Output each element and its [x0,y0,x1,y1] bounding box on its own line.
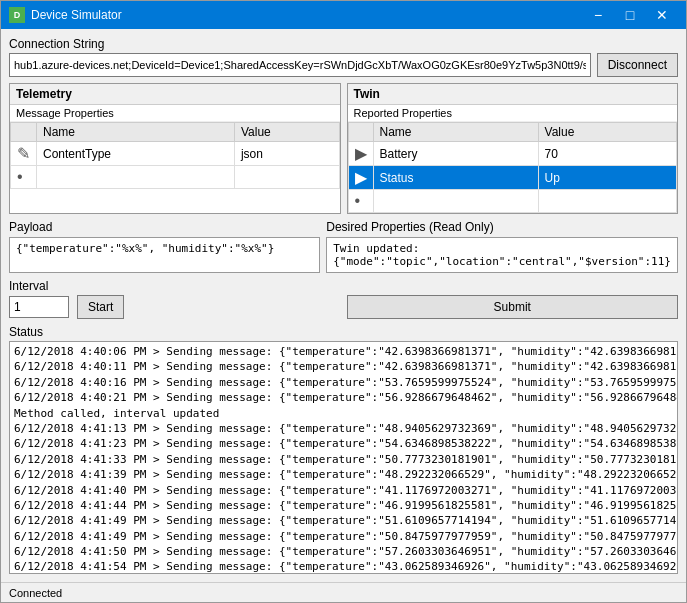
row-expand-icon[interactable]: ▶ [348,142,373,166]
log-line: 6/12/2018 4:41:33 PM > Sending message: … [14,452,673,467]
twin-table-container: Name Value ▶ Battery 70 ▶ [348,122,678,213]
interval-submit-row: Interval Start Submit [9,279,678,319]
twin-panel: Twin Reported Properties Name Value [347,83,679,214]
right-bottom: Submit [347,295,679,319]
status-bar-text: Connected [9,587,62,599]
svg-text:D: D [14,10,21,20]
main-content: Connection String Disconnect Telemetry M… [1,29,686,582]
main-window: D Device Simulator − □ ✕ Connection Stri… [0,0,687,603]
log-line: 6/12/2018 4:41:40 PM > Sending message: … [14,483,673,498]
connection-group: Connection String Disconnect [9,37,678,77]
status-bar: Connected [1,582,686,602]
row-value[interactable]: json [234,142,339,166]
log-line: 6/12/2018 4:41:23 PM > Sending message: … [14,436,673,451]
row-icon: • [11,166,37,189]
row-value[interactable]: Up [538,166,676,190]
twin-col-value: Value [538,123,676,142]
log-line: Method called, interval updated [14,406,673,421]
connection-row: Disconnect [9,53,678,77]
row-value[interactable]: 70 [538,142,676,166]
app-icon: D [9,7,25,23]
log-line: 6/12/2018 4:40:16 PM > Sending message: … [14,375,673,390]
title-bar: D Device Simulator − □ ✕ [1,1,686,29]
table-row: • [348,190,677,213]
window-controls: − □ ✕ [582,1,678,29]
submit-button[interactable]: Submit [347,295,679,319]
row-name[interactable] [37,166,235,189]
minimize-button[interactable]: − [582,1,614,29]
telemetry-col-value: Value [234,123,339,142]
log-line: 6/12/2018 4:40:21 PM > Sending message: … [14,390,673,405]
title-bar-left: D Device Simulator [9,7,122,23]
desired-label: Desired Properties (Read Only) [326,220,678,234]
interval-label: Interval [9,279,341,293]
start-button[interactable]: Start [77,295,124,319]
row-icon: ✎ [11,142,37,166]
telemetry-col-name: Name [37,123,235,142]
payload-box[interactable]: {"temperature":"%x%", "humidity":"%x%"} [9,237,320,273]
log-line: 6/12/2018 4:41:49 PM > Sending message: … [14,513,673,528]
interval-row: Start [9,295,341,319]
twin-subtitle: Reported Properties [348,105,678,122]
left-bottom: Interval Start [9,279,341,319]
status-label: Status [9,325,678,339]
twin-table: Name Value ▶ Battery 70 ▶ [348,122,678,213]
status-section: Status 6/12/2018 4:40:06 PM > Sending me… [9,325,678,574]
payload-desired-row: Payload {"temperature":"%x%", "humidity"… [9,220,678,273]
payload-label: Payload [9,220,320,234]
row-value[interactable] [538,190,676,213]
payload-section: Payload {"temperature":"%x%", "humidity"… [9,220,320,273]
interval-field: Interval Start [9,279,341,319]
maximize-button[interactable]: □ [614,1,646,29]
row-icon: • [348,190,373,213]
row-expand-icon[interactable]: ▶ [348,166,373,190]
log-line: 6/12/2018 4:41:54 PM > Sending message: … [14,559,673,574]
desired-box: Twin updated:{"mode":"topic","location":… [326,237,678,273]
table-row: ▶ Battery 70 [348,142,677,166]
table-row: • [11,166,340,189]
row-name[interactable]: Battery [373,142,538,166]
window-title: Device Simulator [31,8,122,22]
telemetry-twin-panels: Telemetry Message Properties Name Value [9,83,678,214]
table-row: ✎ ContentType json [11,142,340,166]
connection-label: Connection String [9,37,678,51]
twin-col-name: Name [373,123,538,142]
telemetry-panel: Telemetry Message Properties Name Value [9,83,341,214]
telemetry-subtitle: Message Properties [10,105,340,122]
telemetry-table-container: Name Value ✎ ContentType json • [10,122,340,213]
telemetry-title: Telemetry [10,84,340,105]
telemetry-col-icon [11,123,37,142]
twin-col-icon [348,123,373,142]
row-name[interactable] [373,190,538,213]
log-line: 6/12/2018 4:41:44 PM > Sending message: … [14,498,673,513]
status-log[interactable]: 6/12/2018 4:40:06 PM > Sending message: … [9,341,678,574]
telemetry-table: Name Value ✎ ContentType json • [10,122,340,189]
log-line: 6/12/2018 4:40:11 PM > Sending message: … [14,359,673,374]
disconnect-button[interactable]: Disconnect [597,53,678,77]
connection-input[interactable] [9,53,591,77]
twin-title: Twin [348,84,678,105]
log-line: 6/12/2018 4:41:39 PM > Sending message: … [14,467,673,482]
row-name[interactable]: ContentType [37,142,235,166]
row-value[interactable] [234,166,339,189]
close-button[interactable]: ✕ [646,1,678,29]
desired-section: Desired Properties (Read Only) Twin upda… [326,220,678,273]
log-line: 6/12/2018 4:41:50 PM > Sending message: … [14,544,673,559]
log-line: 6/12/2018 4:41:13 PM > Sending message: … [14,421,673,436]
interval-input[interactable] [9,296,69,318]
log-line: 6/12/2018 4:40:06 PM > Sending message: … [14,344,673,359]
row-name[interactable]: Status [373,166,538,190]
log-line: 6/12/2018 4:41:49 PM > Sending message: … [14,529,673,544]
table-row-selected: ▶ Status Up [348,166,677,190]
